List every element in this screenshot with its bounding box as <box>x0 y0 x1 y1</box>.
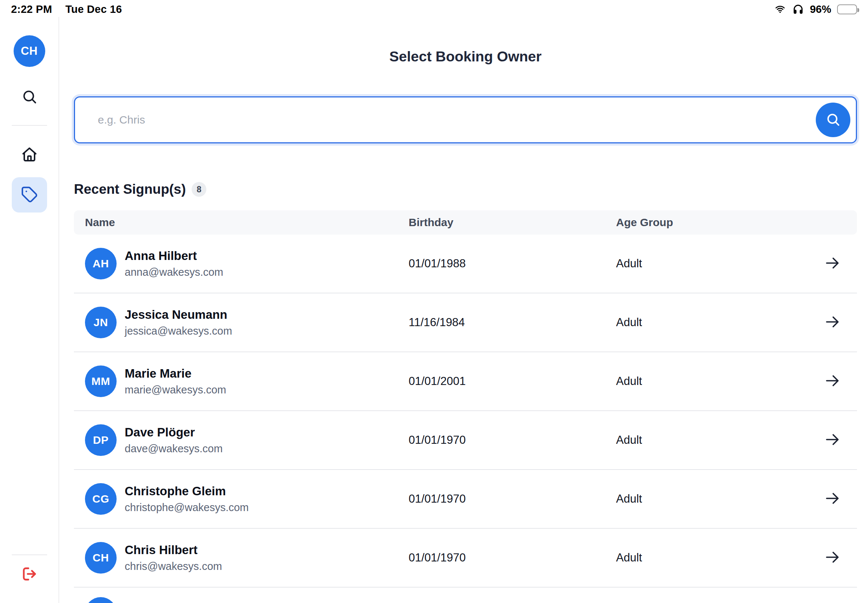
row-email: marie@wakesys.com <box>125 383 226 397</box>
column-header-name: Name <box>74 216 408 229</box>
search-input[interactable] <box>74 96 857 144</box>
row-email: dave@wakesys.com <box>125 442 223 456</box>
table-row[interactable]: CH Chris Hilbert chris@wakesys.com 01/01… <box>74 529 857 588</box>
logout-button[interactable] <box>20 565 39 584</box>
table-body: AH Anna Hilbert anna@wakesys.com 01/01/1… <box>74 235 857 588</box>
row-name: Marie Marie <box>125 366 226 381</box>
row-avatar: AH <box>85 248 117 280</box>
partial-next-row <box>74 597 857 603</box>
table-row[interactable]: CG Christophe Gleim christophe@wakesys.c… <box>74 470 857 529</box>
home-icon <box>21 145 38 164</box>
row-name: Dave Plöger <box>125 425 223 440</box>
row-birthday: 01/01/1970 <box>408 433 616 447</box>
table-row[interactable]: DP Dave Plöger dave@wakesys.com 01/01/19… <box>74 411 857 470</box>
row-select-button[interactable] <box>824 490 841 508</box>
sidebar-divider-bottom <box>12 555 47 555</box>
wifi-icon <box>774 4 786 14</box>
sidebar-item-home[interactable] <box>20 145 39 164</box>
row-age-group: Adult <box>616 375 857 388</box>
arrow-right-icon <box>824 314 841 332</box>
page-title: Select Booking Owner <box>74 48 857 65</box>
battery-icon <box>837 5 857 14</box>
row-avatar: MM <box>85 365 117 397</box>
table-row[interactable]: MM Marie Marie marie@wakesys.com 01/01/2… <box>74 352 857 411</box>
sidebar-divider-top <box>12 125 47 126</box>
partial-next-row-avatar <box>85 597 117 603</box>
status-bar: 2:22 PM Tue Dec 16 96% <box>0 0 868 17</box>
sidebar: CH <box>0 17 59 603</box>
column-header-birthday: Birthday <box>408 216 616 229</box>
row-name: Chris Hilbert <box>125 542 222 557</box>
row-select-button[interactable] <box>824 255 841 273</box>
row-age-group: Adult <box>616 433 857 447</box>
row-age-group: Adult <box>616 257 857 270</box>
table-row[interactable]: JN Jessica Neumann jessica@wakesys.com 1… <box>74 294 857 352</box>
row-email: chris@wakesys.com <box>125 560 222 574</box>
row-birthday: 01/01/1970 <box>408 551 616 564</box>
search-bar <box>74 96 857 144</box>
sidebar-search-button[interactable] <box>20 88 39 107</box>
row-avatar: JN <box>85 307 117 338</box>
row-avatar: DP <box>85 424 117 456</box>
search-icon <box>21 88 38 106</box>
row-email: christophe@wakesys.com <box>125 501 249 515</box>
arrow-right-icon <box>824 549 841 567</box>
row-age-group: Adult <box>616 316 857 329</box>
tag-icon <box>21 186 38 204</box>
row-name: Anna Hilbert <box>125 248 223 263</box>
signups-table: Name Birthday Age Group AH Anna Hilbert … <box>74 210 857 603</box>
status-time: 2:22 PM <box>11 3 52 15</box>
row-select-button[interactable] <box>824 373 841 391</box>
row-email: jessica@wakesys.com <box>125 324 232 338</box>
arrow-right-icon <box>824 431 841 449</box>
battery-percent: 96% <box>810 3 831 15</box>
row-select-button[interactable] <box>824 431 841 449</box>
row-avatar: CH <box>85 542 117 574</box>
arrow-right-icon <box>824 490 841 508</box>
arrow-right-icon <box>824 255 841 273</box>
row-age-group: Adult <box>616 551 857 564</box>
row-birthday: 01/01/1970 <box>408 492 616 506</box>
row-name: Jessica Neumann <box>125 307 232 322</box>
headphones-icon <box>792 3 804 15</box>
app-screen: 2:22 PM Tue Dec 16 96% CH <box>0 0 868 603</box>
row-select-button[interactable] <box>824 549 841 567</box>
row-select-button[interactable] <box>824 314 841 332</box>
logout-icon <box>21 566 38 583</box>
row-age-group: Adult <box>616 492 857 506</box>
row-name: Christophe Gleim <box>125 484 249 499</box>
section-header: Recent Signup(s) 8 <box>74 182 857 197</box>
row-email: anna@wakesys.com <box>125 266 223 280</box>
arrow-right-icon <box>824 373 841 391</box>
user-avatar[interactable]: CH <box>14 35 45 67</box>
row-birthday: 11/16/1984 <box>408 316 616 329</box>
table-header-row: Name Birthday Age Group <box>74 210 857 235</box>
column-header-age-group: Age Group <box>616 216 857 229</box>
table-row[interactable]: AH Anna Hilbert anna@wakesys.com 01/01/1… <box>74 235 857 294</box>
search-submit-button[interactable] <box>816 103 850 137</box>
row-birthday: 01/01/1988 <box>408 257 616 270</box>
row-avatar: CG <box>85 483 117 515</box>
sidebar-item-bookings-active[interactable] <box>12 177 47 212</box>
status-date: Tue Dec 16 <box>65 3 122 15</box>
main-content: Select Booking Owner Recent Signup(s) 8 … <box>59 17 868 603</box>
signup-count-badge: 8 <box>192 182 206 197</box>
search-icon <box>825 111 841 129</box>
section-title: Recent Signup(s) <box>74 182 186 197</box>
row-birthday: 01/01/2001 <box>408 375 616 388</box>
